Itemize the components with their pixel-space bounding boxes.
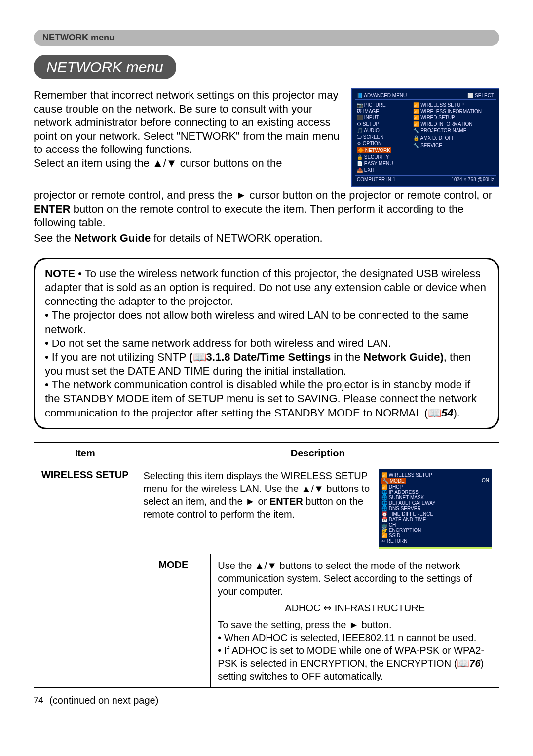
mini-on: ON: [482, 478, 489, 483]
mini-item: 🌐 DEFAULT GATEWAY: [381, 500, 489, 506]
mini-item: 🔐 ENCRYPTION: [381, 528, 489, 533]
mini-item: 🌐 DNS SERVER: [381, 506, 489, 511]
mini-item: 🌐 SUBNET MASK: [381, 495, 489, 500]
continued-text: (continued on next page): [49, 695, 158, 706]
settings-table: Item Description WIRELESS SETUP Selectin…: [34, 442, 499, 688]
osd-right-item: 📶 WIRED INFORMATION: [413, 121, 494, 127]
note-2: • The projector does not allow both wire…: [45, 308, 488, 336]
osd-right-item: 🔒 AMX D. D. OFF: [413, 135, 494, 141]
page-number: 74: [34, 695, 43, 706]
section-banner: NETWORK menu: [34, 30, 499, 46]
osd-left-item: 🖵 SCREEN: [357, 134, 409, 140]
osd-left-item: 🎵 AUDIO: [357, 127, 409, 134]
osd-left-item: ⬛ INPUT: [357, 114, 409, 121]
mode-p1: Use the ▲/▼ buttons to select the mode o…: [218, 559, 492, 598]
note-3: • Do not set the same network address fo…: [45, 337, 488, 350]
mode-adhoc-line: ADHOC ⇔ INFRASTRUCTURE: [218, 602, 492, 614]
sub-item-mode: MODE: [136, 554, 211, 687]
osd-right-item: 📶 WIRELESS SETUP: [413, 102, 494, 108]
intro-paragraph-2: Select an item using the ▲/▼ cursor butt…: [34, 156, 345, 170]
note-lead: NOTE: [45, 267, 75, 280]
mini-item: 📶 SSID: [381, 533, 489, 538]
osd-wireless-setup-preview: 📶 WIRELESS SETUP 🔧 MODEON 📶 DHCP 🌐 IP AD…: [379, 469, 492, 549]
osd-left-item: 🔒 SECURITY: [357, 154, 409, 160]
body-text-2a: See the: [34, 232, 74, 244]
osd-right-item: 🔧 PROJECTOR NAME: [413, 127, 494, 134]
mini-item: 📶 DHCP: [381, 484, 489, 490]
body-text-1b: button on the remote control to execute …: [34, 203, 464, 229]
osd-right-item: 📶 WIRELESS INFORMATION: [413, 108, 494, 114]
th-description: Description: [136, 442, 499, 464]
page-title-pill: NETWORK menu: [34, 55, 176, 79]
mini-title: 📶 WIRELESS SETUP: [381, 472, 489, 478]
body-text-1: projector or remote control, and press t…: [34, 189, 492, 201]
note-4: • If you are not utilizing SNTP (📖3.1.8 …: [45, 350, 488, 378]
mode-p2: To save the setting, press the ► button.: [218, 618, 492, 631]
mode-p4: • If ADHOC is set to MODE while one of W…: [218, 644, 492, 682]
intro-paragraph-1: Remember that incorrect network settings…: [34, 88, 345, 156]
note-box: NOTE • To use the wireless network funct…: [34, 258, 499, 429]
body-paragraph-2: See the Network Guide for details of NET…: [34, 231, 499, 245]
osd-left-item: 🖼 IMAGE: [357, 108, 409, 114]
enter-bold: ENTER: [34, 203, 71, 215]
desc-enter: ENTER: [269, 496, 303, 507]
th-item: Item: [34, 442, 136, 464]
item-wireless-setup: WIRELESS SETUP: [34, 464, 136, 687]
osd-left-item: ⚙ SETUP: [357, 121, 409, 127]
mini-item: ⏰ TIME DIFFERENCE: [381, 511, 489, 517]
body-paragraph: projector or remote control, and press t…: [34, 189, 499, 229]
note-1: • To use the wireless network function o…: [45, 267, 486, 307]
mode-p3: • When ADHOC is selected, IEEE802.11 n c…: [218, 631, 492, 644]
osd-right-item: 🔧 SERVICE: [413, 142, 494, 149]
mini-item: 📅 DATE AND TIME: [381, 517, 489, 522]
mini-item: 🌐 IP ADDRESS: [381, 490, 489, 495]
desc-wireless-setup: Selecting this item displays the WIRELES…: [136, 464, 499, 554]
osd-footer-right: 1024 × 768 @60Hz: [451, 177, 494, 182]
note-5: • The network communication control is d…: [45, 378, 488, 419]
desc-mode: Use the ▲/▼ buttons to select the mode o…: [211, 554, 499, 687]
osd-left-highlight: 🔶 NETWORK: [357, 147, 391, 153]
mini-item: ↩ RETURN: [381, 538, 489, 544]
osd-left-item: 📷 PICTURE: [357, 102, 409, 108]
mini-item: 📺 CH: [381, 522, 489, 528]
osd-header-right: ⬜ SELECT: [467, 93, 494, 98]
osd-left-item: 📤 EXIT: [357, 167, 409, 173]
body-text-2b: for details of NETWORK operation.: [151, 232, 322, 244]
osd-left-item: 📄 EASY MENU: [357, 160, 409, 167]
osd-right-item: 📶 WIRED SETUP: [413, 114, 494, 121]
osd-left-item: ⚙ OPTION: [357, 140, 409, 147]
network-guide-bold: Network Guide: [74, 232, 151, 244]
osd-advanced-menu-preview: 📘 ADVANCED MENU ⬜ SELECT 📷 PICTURE 🖼 IMA…: [351, 88, 499, 187]
osd-header-left: 📘 ADVANCED MENU: [357, 93, 407, 98]
osd-footer-left: COMPUTER IN 1: [357, 177, 395, 182]
mini-highlight: 🔧 MODE: [381, 478, 406, 484]
